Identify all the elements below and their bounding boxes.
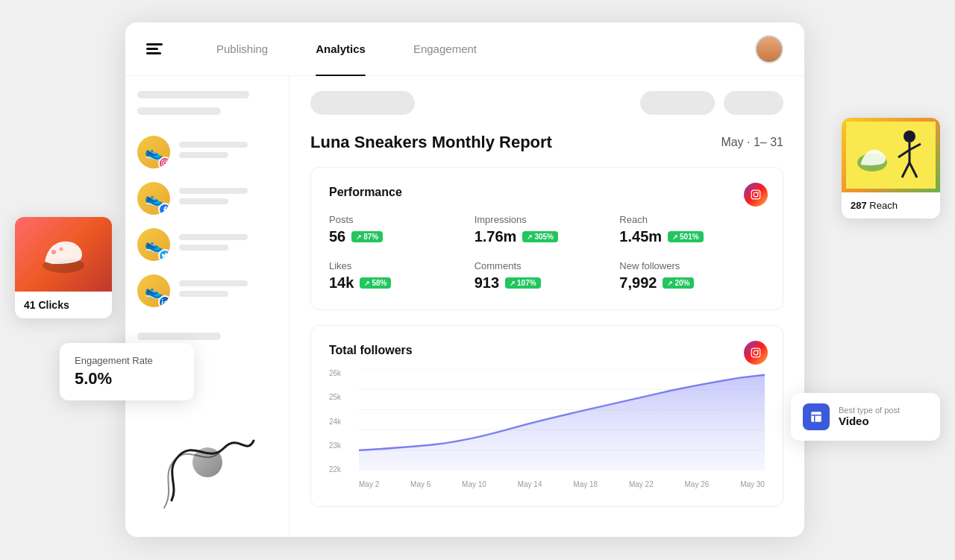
- metric-impressions-label: Impressions: [475, 214, 620, 225]
- svg-rect-0: [162, 160, 168, 166]
- metric-comments-label: Comments: [475, 260, 620, 271]
- filter-pill-export[interactable]: [724, 91, 783, 115]
- reach-label: 287 Reach: [842, 192, 940, 218]
- avatar-instagram: 👟: [137, 136, 170, 169]
- skeleton-bar: [137, 333, 221, 340]
- svg-point-1: [163, 162, 166, 165]
- social-item-instagram[interactable]: 👟: [137, 136, 277, 169]
- chart-y-labels: 26k 25k 24k 23k 22k: [329, 369, 356, 474]
- filter-pill-profile[interactable]: [310, 91, 415, 115]
- chart-instagram-icon: [744, 341, 768, 365]
- clicks-image: [15, 217, 112, 292]
- reach-value: 287: [851, 200, 867, 211]
- x-label: May 14: [518, 480, 542, 488]
- metric-impressions: Impressions 1.76m 305%: [475, 214, 620, 245]
- bestpost-icon: [803, 403, 830, 430]
- svg-rect-26: [811, 412, 821, 422]
- chart-x-labels: May 2 May 6 May 10 May 14 May 18 May 22 …: [359, 480, 765, 488]
- report-title: Luna Sneakers Monthly Report: [310, 133, 552, 152]
- clicks-value: 41: [24, 299, 36, 311]
- float-card-bestpost: Best type of post Video: [791, 393, 940, 441]
- clicks-label: 41 Clicks: [15, 292, 112, 318]
- clicks-text: Clicks: [38, 299, 69, 311]
- facebook-badge: [158, 203, 170, 215]
- x-label: May 10: [462, 480, 486, 488]
- chart-title: Total followers: [329, 344, 765, 357]
- x-label: May 18: [573, 480, 598, 488]
- social-text: [179, 280, 277, 301]
- nav-bar: Publishing Analytics Engagement: [125, 22, 804, 76]
- svg-rect-7: [751, 348, 760, 357]
- metric-new-followers-label: New followers: [619, 260, 765, 271]
- report-header: Luna Sneakers Monthly Report May · 1– 31: [310, 133, 783, 152]
- metric-comments-badge: 107%: [505, 277, 541, 289]
- metric-impressions-badge: 305%: [522, 231, 558, 242]
- engagement-label: Engagement Rate: [75, 355, 179, 366]
- performance-grid: Posts 56 87% Impressions 1.76m 305%: [329, 214, 765, 292]
- tab-publishing[interactable]: Publishing: [192, 22, 292, 76]
- metric-posts-value: 56: [329, 228, 345, 245]
- metric-impressions-value: 1.76m: [475, 228, 517, 245]
- metric-posts-badge: 87%: [351, 231, 383, 242]
- y-label: 25k: [329, 393, 356, 401]
- reach-svg: [846, 122, 936, 189]
- reach-image: [842, 118, 940, 192]
- svg-point-2: [166, 161, 167, 162]
- social-item-twitter[interactable]: 👟: [137, 228, 277, 261]
- svg-point-16: [51, 250, 56, 254]
- avatar-linkedin: 👟: [137, 274, 170, 307]
- x-label: May 26: [685, 480, 710, 488]
- metric-comments: Comments 913 107%: [475, 260, 620, 292]
- top-filters: [310, 91, 783, 115]
- logo: [146, 43, 163, 54]
- svg-rect-4: [751, 190, 760, 199]
- metric-comments-value: 913: [475, 274, 499, 292]
- metric-new-followers-badge: 20%: [663, 277, 694, 289]
- metric-reach-label: Reach: [619, 214, 765, 225]
- metric-new-followers-value: 7,992: [619, 274, 657, 292]
- twitter-badge: [158, 249, 170, 261]
- float-card-clicks: 41 Clicks: [15, 217, 112, 318]
- metric-posts-label: Posts: [329, 214, 475, 225]
- skeleton-bar: [137, 107, 221, 115]
- social-item-linkedin[interactable]: 👟: [137, 274, 277, 307]
- svg-point-9: [757, 350, 759, 351]
- followers-chart-card: Total followers 26k 25k 24k 23k 22k: [310, 325, 783, 507]
- performance-title: Performance: [329, 186, 765, 199]
- chart-area: 26k 25k 24k 23k 22k: [329, 369, 765, 488]
- report-date: May · 1– 31: [721, 136, 783, 149]
- performance-card: Performance Posts 56 87% Impressions: [310, 167, 783, 310]
- bestpost-text: Best type of post Video: [839, 406, 900, 428]
- float-card-reach: 287 Reach: [842, 118, 940, 218]
- svg-point-17: [60, 248, 63, 251]
- metric-reach: Reach 1.45m 501%: [619, 214, 765, 245]
- social-item-facebook[interactable]: 👟: [137, 182, 277, 215]
- tab-engagement[interactable]: Engagement: [389, 22, 501, 76]
- svg-point-6: [757, 192, 759, 193]
- bestpost-sublabel: Best type of post: [839, 406, 900, 415]
- y-label: 23k: [329, 441, 356, 450]
- nav-tabs: Publishing Analytics Engagement: [192, 22, 755, 76]
- sidebar: 👟 👟 👟: [125, 76, 289, 537]
- social-text: [179, 188, 277, 209]
- svg-point-19: [904, 130, 915, 142]
- x-label: May 30: [740, 480, 765, 488]
- instagram-badge: [158, 157, 170, 169]
- metric-new-followers: New followers 7,992 20%: [619, 260, 765, 292]
- metric-reach-value: 1.45m: [619, 228, 662, 245]
- metric-posts: Posts 56 87%: [329, 214, 475, 245]
- x-label: May 6: [410, 480, 430, 488]
- y-label: 22k: [329, 465, 356, 474]
- x-label: May 2: [359, 480, 379, 488]
- user-avatar[interactable]: [755, 35, 783, 63]
- filter-pill-date[interactable]: [640, 91, 715, 115]
- engagement-value: 5.0%: [75, 369, 179, 388]
- tab-analytics[interactable]: Analytics: [292, 22, 389, 76]
- linkedin-badge: [158, 295, 170, 307]
- followers-chart-svg: [359, 369, 765, 471]
- metric-reach-badge: 501%: [668, 231, 704, 242]
- avatar-facebook: 👟: [137, 182, 170, 215]
- svg-rect-18: [846, 122, 936, 189]
- svg-point-3: [162, 299, 163, 301]
- skeleton-bar: [137, 91, 249, 98]
